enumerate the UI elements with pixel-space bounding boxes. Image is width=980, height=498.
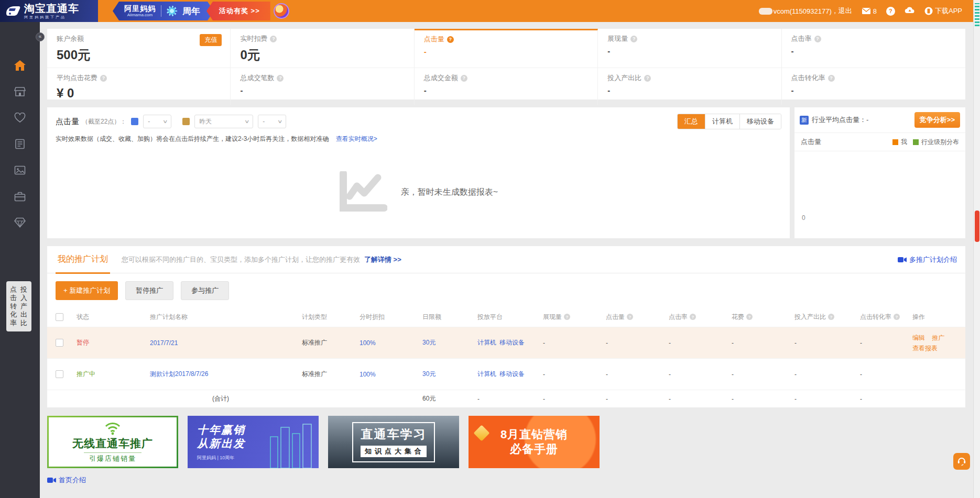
- chevron-down-icon: ∨: [162, 119, 168, 124]
- scrollbar-thumb[interactable]: [975, 211, 979, 242]
- anniversary-banner[interactable]: 阿里妈妈 Alimama.com 周年: [113, 2, 214, 20]
- homepage-intro-link[interactable]: 首页介绍: [47, 475, 86, 485]
- chevron-left-icon: «: [39, 34, 42, 39]
- help-icon[interactable]: ?: [277, 75, 284, 82]
- banner-wireless-promo[interactable]: 无线直通车推广 引爆店铺销量: [47, 416, 178, 468]
- vertical-label-roi: 投入产出比: [20, 285, 28, 327]
- daily-limit-link[interactable]: 30元: [422, 370, 435, 378]
- new-campaign-button[interactable]: + 新建推广计划: [56, 281, 118, 300]
- app-logo[interactable]: 淘宝直通车 阿里妈妈旗下产品: [0, 0, 98, 22]
- download-app-button[interactable]: 下载APP: [924, 6, 962, 16]
- row-checkbox[interactable]: [56, 339, 63, 347]
- platform-pc-link[interactable]: 计算机: [477, 338, 496, 347]
- campaign-name-link[interactable]: 测款计划2017/8/7/26: [150, 370, 208, 378]
- stat-roi[interactable]: 投入产出比? -: [598, 68, 781, 105]
- col-actions: 操作: [907, 313, 965, 322]
- alimama-domain: Alimama.com: [124, 13, 156, 17]
- help-button[interactable]: ?: [886, 7, 895, 16]
- vertical-scrollbar[interactable]: [973, 0, 980, 498]
- daily-limit-link[interactable]: 30元: [422, 339, 435, 346]
- date-select[interactable]: 昨天∨: [194, 115, 253, 128]
- help-icon[interactable]: ?: [447, 36, 454, 43]
- tab-my-campaigns[interactable]: 我的推广计划: [56, 246, 110, 273]
- help-icon[interactable]: ?: [828, 75, 835, 82]
- metric-select-1[interactable]: -∨: [143, 115, 171, 128]
- sidebar-item-gallery[interactable]: [0, 157, 40, 183]
- col-name: 推广计划名称: [145, 313, 297, 322]
- help-icon[interactable]: ?: [627, 314, 633, 320]
- stat-impressions[interactable]: 展现量? -: [598, 29, 781, 68]
- campaigns-description: 您可以根据不同的推广目的、宝贝类型，添加多个推广计划，让您的推广更有效: [122, 255, 360, 264]
- help-icon[interactable]: ?: [894, 314, 900, 320]
- stat-total-orders[interactable]: 总成交笔数? -: [231, 68, 414, 105]
- sidebar-item-favorites[interactable]: [0, 105, 40, 131]
- sidebar-item-home[interactable]: [0, 52, 40, 79]
- logout-link[interactable]: ，退出: [832, 6, 852, 16]
- stat-total-amount[interactable]: 总成交金额? -: [415, 68, 598, 105]
- promote-campaign-link[interactable]: 推广: [932, 334, 944, 341]
- line-chart-icon: [339, 171, 387, 214]
- help-icon[interactable]: ?: [644, 75, 651, 82]
- help-icon[interactable]: ?: [564, 314, 570, 320]
- help-icon[interactable]: ?: [100, 75, 107, 82]
- cloud-icon: [905, 6, 915, 14]
- stat-cvr[interactable]: 点击转化率? -: [782, 68, 965, 105]
- platform-mobile-link[interactable]: 移动设备: [499, 338, 525, 347]
- industry-average-title: 行业平均点击量：-: [812, 115, 868, 125]
- select-all-checkbox[interactable]: [56, 313, 63, 321]
- stat-clicks[interactable]: 点击量? -: [415, 29, 598, 68]
- banner-august-handbook[interactable]: 8月直钻营销 必备手册: [469, 416, 600, 468]
- promo-banner[interactable]: 活动有奖 >>: [206, 2, 270, 20]
- customer-service-button[interactable]: [953, 453, 970, 470]
- cloud-button[interactable]: [905, 6, 915, 16]
- col-status: 状态: [71, 313, 145, 322]
- stat-ctr[interactable]: 点击率? -: [782, 29, 965, 68]
- messages-button[interactable]: 8: [862, 7, 877, 15]
- row-checkbox[interactable]: [56, 370, 63, 378]
- recharge-button[interactable]: 充值: [200, 34, 222, 46]
- realtime-overview-link[interactable]: 查看实时概况>: [336, 135, 377, 142]
- platform-pc-link[interactable]: 计算机: [477, 370, 496, 379]
- competition-analysis-button[interactable]: 竞争分析>>: [914, 112, 960, 128]
- campaign-name-link[interactable]: 2017/7/21: [150, 339, 178, 347]
- help-icon[interactable]: ?: [746, 314, 753, 320]
- join-campaign-button[interactable]: 参与推广: [181, 281, 229, 300]
- discount-link[interactable]: 100%: [360, 371, 376, 378]
- discount-link[interactable]: 100%: [360, 339, 376, 347]
- help-icon[interactable]: ?: [270, 36, 277, 42]
- tab-summary[interactable]: 汇总: [678, 114, 705, 129]
- help-icon[interactable]: ?: [828, 314, 834, 320]
- help-icon[interactable]: ?: [461, 75, 467, 82]
- campaigns-table: 状态 推广计划名称 计划类型 分时折扣 日限额 投放平台 展现量? 点击量? 点…: [47, 307, 965, 407]
- banner-learning[interactable]: 直通车学习 知识点大集合: [328, 416, 459, 468]
- multi-campaign-intro-link[interactable]: 多推广计划介绍: [898, 255, 957, 264]
- user-account[interactable]: vcom(1150932177) ，退出: [759, 6, 852, 16]
- sidebar-item-shop[interactable]: [0, 79, 40, 105]
- view-report-link[interactable]: 查看报表: [912, 345, 938, 352]
- tab-pc[interactable]: 计算机: [705, 114, 739, 129]
- help-icon[interactable]: ?: [630, 36, 637, 42]
- metric-select-2[interactable]: -∨: [258, 115, 286, 128]
- tab-mobile[interactable]: 移动设备: [739, 114, 781, 129]
- chevron-down-icon: ∨: [244, 119, 250, 124]
- clicks-trend-panel: 点击量 （截至22点）： -∨ 昨天∨ -∨ 汇总 计算机: [47, 107, 790, 238]
- total-daily-limit: 60元: [417, 394, 472, 403]
- help-icon[interactable]: ?: [814, 36, 821, 42]
- sidebar-item-reports[interactable]: [0, 131, 40, 157]
- table-row: 推广中 测款计划2017/8/7/26 标准推广 100% 30元 计算机 移动…: [47, 358, 965, 390]
- prize-icon[interactable]: [274, 3, 289, 19]
- sidebar-item-apps[interactable]: [0, 209, 40, 236]
- gem-icon: [473, 425, 489, 441]
- col-cvr: 点击转化率?: [855, 313, 907, 322]
- metric-shortcut-widget[interactable]: 点击转化率 投入产出比: [6, 281, 31, 331]
- pause-campaign-button[interactable]: 暂停推广: [125, 281, 173, 300]
- anniversary-label: 周年: [182, 5, 200, 17]
- help-icon[interactable]: ?: [690, 314, 696, 320]
- sidebar-item-tools[interactable]: [0, 183, 40, 209]
- sidebar-collapse-button[interactable]: «: [36, 32, 45, 41]
- learn-more-link[interactable]: 了解详情 >>: [364, 255, 401, 264]
- briefcase-icon: [14, 192, 26, 202]
- edit-campaign-link[interactable]: 编辑: [912, 334, 925, 341]
- platform-mobile-link[interactable]: 移动设备: [499, 370, 525, 379]
- banner-ten-year[interactable]: 十年赢销 从新出发 阿里妈妈 | 10周年: [188, 416, 319, 468]
